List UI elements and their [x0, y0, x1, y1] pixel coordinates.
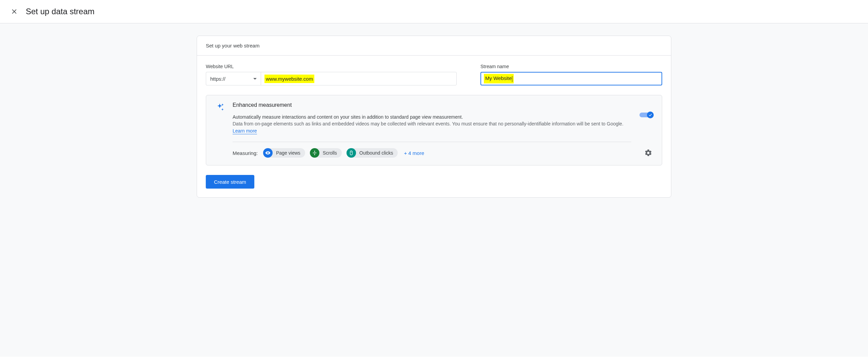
website-url-value: www.mywebsite.com [264, 75, 314, 83]
setup-panel: Set up your web stream Website URL https… [197, 36, 671, 198]
eye-icon [263, 148, 273, 158]
form-row: Website URL https:// www.mywebsite.com S… [206, 64, 662, 85]
dialog-header: Set up data stream [0, 0, 868, 23]
website-url-label: Website URL [206, 64, 457, 69]
enhanced-controls [639, 102, 653, 158]
stream-name-value: My Website [484, 74, 514, 83]
chip-label: Scrolls [323, 150, 337, 156]
page-body: Set up your web stream Website URL https… [0, 23, 868, 357]
chip-label: Page views [276, 150, 300, 156]
close-icon [11, 8, 18, 15]
enhanced-desc-1: Automatically measure interactions and c… [233, 114, 631, 120]
enhanced-measurement-card: Enhanced measurement Automatically measu… [206, 95, 662, 165]
check-icon [647, 112, 654, 118]
stream-name-field: Stream name My Website [480, 64, 662, 85]
enhanced-settings-button[interactable] [644, 148, 653, 158]
measuring-label: Measuring: [233, 150, 258, 156]
chip-outbound-clicks: Outbound clicks [347, 148, 398, 158]
learn-more-link[interactable]: Learn more [233, 128, 257, 134]
scroll-icon [310, 148, 319, 158]
sparkle-icon [215, 102, 224, 158]
mouse-icon [347, 148, 356, 158]
measuring-row: Measuring: Page views Scrolls [233, 148, 631, 158]
website-url-input[interactable]: www.mywebsite.com [261, 72, 457, 85]
protocol-select[interactable]: https:// [206, 72, 261, 85]
svg-rect-2 [350, 151, 352, 155]
enhanced-desc-2: Data from on-page elements such as links… [233, 120, 631, 127]
enhanced-content: Enhanced measurement Automatically measu… [233, 102, 631, 158]
divider [233, 142, 631, 142]
protocol-value: https:// [210, 76, 225, 82]
dialog-title: Set up data stream [26, 7, 95, 16]
enhanced-toggle[interactable] [639, 112, 653, 118]
panel-subtitle: Set up your web stream [197, 36, 671, 56]
stream-name-label: Stream name [480, 64, 662, 69]
gear-icon [644, 149, 652, 157]
chip-label: Outbound clicks [359, 150, 393, 156]
chevron-down-icon [253, 78, 257, 80]
website-url-field: Website URL https:// www.mywebsite.com [206, 64, 457, 85]
more-measurements-link[interactable]: + 4 more [404, 150, 424, 156]
close-button[interactable] [10, 7, 18, 16]
stream-name-input[interactable]: My Website [480, 72, 662, 85]
url-input-group: https:// www.mywebsite.com [206, 72, 457, 85]
chip-scrolls: Scrolls [310, 148, 342, 158]
chip-page-views: Page views [263, 148, 305, 158]
enhanced-title: Enhanced measurement [233, 102, 631, 108]
create-stream-button[interactable]: Create stream [206, 175, 254, 189]
panel-body: Website URL https:// www.mywebsite.com S… [197, 56, 671, 197]
